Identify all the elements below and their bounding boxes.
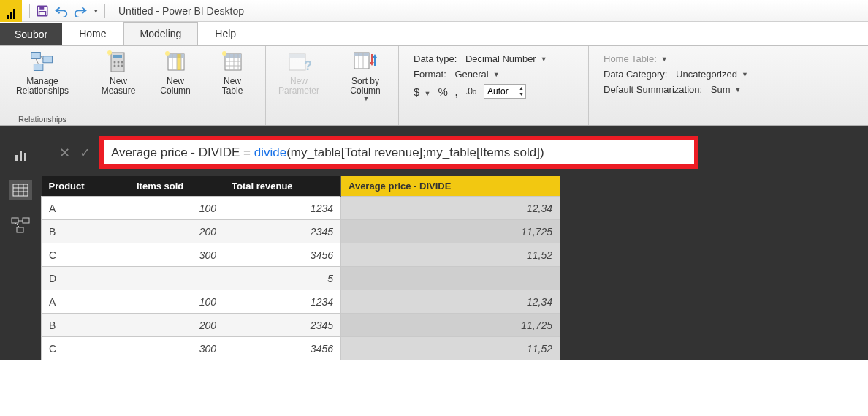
cell-items[interactable]: 200 <box>129 220 224 243</box>
svg-point-14 <box>118 65 120 67</box>
column-header-items[interactable]: Items sold <box>129 176 224 197</box>
new-column-button[interactable]: New Column <box>150 49 201 96</box>
group-formatting: Data type: Decimal Number ▼ Format: Gene… <box>399 46 589 125</box>
data-view-button[interactable] <box>9 180 32 200</box>
redo-button[interactable] <box>72 3 88 19</box>
tab-home[interactable]: Home <box>62 22 123 45</box>
cell-revenue[interactable]: 3456 <box>224 243 341 267</box>
commit-formula-button[interactable]: ✓ <box>75 143 95 163</box>
percent-button[interactable]: % <box>438 86 447 98</box>
cell-average[interactable]: 11,52 <box>341 337 560 360</box>
data-type-dropdown[interactable]: Data type: Decimal Number ▼ <box>414 53 574 64</box>
tab-modeling[interactable]: Modeling <box>123 22 199 45</box>
formula-input[interactable]: Average price - DIVIDE = divide(my_table… <box>99 136 698 169</box>
tab-help[interactable]: Help <box>198 22 253 45</box>
data-grid[interactable]: Product Items sold Total revenue Average… <box>41 176 868 360</box>
svg-rect-47 <box>12 218 18 223</box>
table-row[interactable]: C300345611,52 <box>42 337 560 360</box>
thousands-button[interactable]: , <box>455 86 458 98</box>
chevron-down-icon: ▼ <box>660 56 668 63</box>
cell-average[interactable]: 12,34 <box>341 197 560 220</box>
cell-items[interactable]: 300 <box>129 337 224 360</box>
cell-product[interactable]: C <box>42 243 129 267</box>
new-parameter-button[interactable]: ? New Parameter <box>273 49 324 96</box>
default-summarization-dropdown[interactable]: Default Summarization: Sum ▼ <box>604 84 748 95</box>
table-row[interactable]: A100123412,34 <box>42 290 560 314</box>
cell-average[interactable]: 11,52 <box>341 243 560 267</box>
ribbon: Manage Relationships Relationships New M… <box>0 45 868 126</box>
report-view-button[interactable] <box>9 145 32 165</box>
sort-by-column-button[interactable]: Sort by Column ▼ <box>340 49 391 103</box>
svg-point-31 <box>222 51 226 56</box>
cell-items[interactable] <box>129 267 224 290</box>
cell-product[interactable]: A <box>42 197 129 220</box>
quick-access-toolbar: ▾ <box>22 3 113 19</box>
cancel-formula-button[interactable]: ✕ <box>54 143 75 163</box>
svg-point-12 <box>121 61 123 64</box>
data-type-value: Decimal Number <box>465 53 536 64</box>
sort-by-column-label: Sort by Column <box>350 77 380 96</box>
cell-average[interactable]: 11,725 <box>341 220 560 243</box>
cell-product[interactable]: B <box>42 314 129 337</box>
cell-revenue[interactable]: 2345 <box>224 220 341 243</box>
new-measure-button[interactable]: New Measure <box>93 49 144 96</box>
table-row[interactable]: B200234511,725 <box>42 220 560 243</box>
app-logo <box>0 0 22 22</box>
decimal-places-input[interactable] <box>484 86 517 97</box>
cell-items[interactable]: 100 <box>129 290 224 314</box>
svg-rect-33 <box>289 54 305 58</box>
manage-relationships-button[interactable]: Manage Relationships <box>7 49 77 96</box>
cell-product[interactable]: C <box>42 337 129 360</box>
cell-items[interactable]: 100 <box>129 197 224 220</box>
column-header-average[interactable]: Average price - DIVIDE <box>341 176 560 197</box>
table-row[interactable]: D5 <box>42 267 560 290</box>
cell-product[interactable]: D <box>42 267 129 290</box>
cell-revenue[interactable]: 3456 <box>224 337 341 360</box>
save-button[interactable] <box>34 3 50 19</box>
decimals-button[interactable]: .00 <box>465 86 476 97</box>
svg-rect-3 <box>31 52 41 58</box>
table-row[interactable]: A100123412,34 <box>42 197 560 220</box>
cell-revenue[interactable]: 5 <box>224 267 341 290</box>
new-measure-label: New Measure <box>102 77 136 96</box>
new-parameter-label: New Parameter <box>278 77 319 96</box>
data-category-dropdown[interactable]: Data Category: Uncategorized ▼ <box>604 69 748 80</box>
undo-button[interactable] <box>53 3 69 19</box>
home-table-dropdown[interactable]: Home Table: ▼ <box>604 53 748 64</box>
decimal-places-spinner[interactable]: ▲▼ <box>484 84 526 99</box>
tab-file[interactable]: Soubor <box>0 23 62 45</box>
qat-customize[interactable]: ▾ <box>91 3 100 19</box>
format-value: General <box>454 69 488 80</box>
home-table-label: Home Table: <box>604 53 657 64</box>
cell-revenue[interactable]: 1234 <box>224 197 341 220</box>
column-header-revenue[interactable]: Total revenue <box>224 176 341 197</box>
formula-text-fn: divide <box>254 145 286 159</box>
currency-button[interactable]: $ ▼ <box>414 86 430 98</box>
table-row[interactable]: B200234511,725 <box>42 314 560 337</box>
spin-down[interactable]: ▼ <box>517 91 525 97</box>
cell-product[interactable]: B <box>42 220 129 243</box>
group-calculations: New Measure New Column New Table Calcula… <box>85 46 266 125</box>
svg-rect-36 <box>354 53 369 56</box>
new-table-button[interactable]: New Table <box>207 49 258 96</box>
svg-rect-2 <box>39 11 46 15</box>
new-table-label: New Table <box>222 77 243 96</box>
cell-average[interactable]: 12,34 <box>341 290 560 314</box>
format-dropdown[interactable]: Format: General ▼ <box>414 69 574 80</box>
cell-product[interactable]: A <box>42 290 129 314</box>
chevron-down-icon: ▼ <box>740 71 748 78</box>
formula-bar: ✕ ✓ Average price - DIVIDE = divide(my_t… <box>41 132 868 176</box>
cell-revenue[interactable]: 1234 <box>224 290 341 314</box>
data-category-value: Uncategorized <box>676 69 737 80</box>
svg-point-11 <box>118 61 120 64</box>
svg-rect-49 <box>17 227 23 232</box>
table-row[interactable]: C300345611,52 <box>42 243 560 267</box>
cell-average[interactable] <box>341 267 560 290</box>
cell-items[interactable]: 300 <box>129 243 224 267</box>
cell-average[interactable]: 11,725 <box>341 314 560 337</box>
cell-revenue[interactable]: 2345 <box>224 314 341 337</box>
model-view-button[interactable] <box>9 215 32 235</box>
cell-items[interactable]: 200 <box>129 314 224 337</box>
column-header-product[interactable]: Product <box>42 176 129 197</box>
spin-up[interactable]: ▲ <box>517 86 525 91</box>
